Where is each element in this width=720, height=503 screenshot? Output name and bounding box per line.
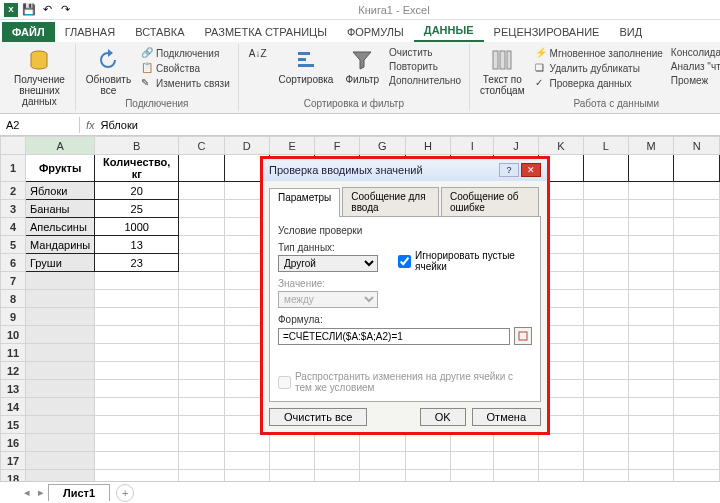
ignore-blank-input[interactable] — [398, 255, 411, 268]
flash-fill-item[interactable]: ⚡Мгновенное заполнение — [533, 46, 665, 60]
cell[interactable]: 13 — [95, 236, 179, 254]
row-header[interactable]: 16 — [1, 434, 26, 452]
advanced-item[interactable]: Дополнительно — [387, 74, 463, 87]
cancel-button[interactable]: Отмена — [472, 408, 541, 426]
clear-all-button[interactable]: Очистить все — [269, 408, 367, 426]
sort-button[interactable]: Сортировка — [275, 46, 338, 87]
window-title: Книга1 - Excel — [72, 4, 716, 16]
row-header[interactable]: 7 — [1, 272, 26, 290]
col-header-e[interactable]: E — [269, 137, 314, 155]
tab-view[interactable]: ВИД — [609, 22, 652, 42]
cell[interactable]: 20 — [95, 182, 179, 200]
row-header[interactable]: 17 — [1, 452, 26, 470]
redo-icon[interactable]: ↷ — [58, 3, 72, 17]
row-header[interactable]: 15 — [1, 416, 26, 434]
row-header[interactable]: 18 — [1, 470, 26, 482]
save-icon[interactable]: 💾 — [22, 3, 36, 17]
ignore-blank-checkbox[interactable]: Игнорировать пустые ячейки — [398, 250, 532, 272]
get-external-data-button[interactable]: Получение внешних данных — [10, 46, 69, 109]
cell[interactable]: 1000 — [95, 218, 179, 236]
row-header[interactable]: 2 — [1, 182, 26, 200]
row-header[interactable]: 9 — [1, 308, 26, 326]
col-header-l[interactable]: L — [583, 137, 628, 155]
sheet-tab[interactable]: Лист1 — [48, 484, 110, 501]
subtotal-item[interactable]: Промеж — [669, 74, 720, 87]
cell[interactable]: Количество, кг — [95, 155, 179, 182]
type-select[interactable]: Другой — [278, 255, 378, 272]
cell[interactable]: Фрукты — [26, 155, 95, 182]
value-label: Значение: — [278, 278, 532, 289]
cell[interactable]: 25 — [95, 200, 179, 218]
range-picker-button[interactable] — [514, 327, 532, 345]
cell[interactable]: Яблоки — [26, 182, 95, 200]
properties-item[interactable]: 📋Свойства — [139, 61, 232, 75]
row-header[interactable]: 10 — [1, 326, 26, 344]
col-header-d[interactable]: D — [224, 137, 269, 155]
cell[interactable]: Мандарины — [26, 236, 95, 254]
col-header-i[interactable]: I — [451, 137, 494, 155]
dialog-title: Проверка вводимых значений — [269, 164, 423, 176]
dialog-titlebar[interactable]: Проверка вводимых значений ? ✕ — [263, 159, 547, 181]
sheet-nav-next[interactable]: ▸ — [34, 486, 48, 499]
data-validation-item[interactable]: ✓Проверка данных — [533, 76, 665, 90]
add-sheet-button[interactable]: + — [116, 484, 134, 502]
select-all-corner[interactable] — [1, 137, 26, 155]
row-header[interactable]: 5 — [1, 236, 26, 254]
row-header[interactable]: 12 — [1, 362, 26, 380]
col-header-j[interactable]: J — [494, 137, 538, 155]
tab-insert[interactable]: ВСТАВКА — [125, 22, 194, 42]
propagate-checkbox[interactable]: Распространить изменения на другие ячейк… — [278, 371, 532, 393]
tab-formulas[interactable]: ФОРМУЛЫ — [337, 22, 414, 42]
row-header[interactable]: 3 — [1, 200, 26, 218]
row-header[interactable]: 13 — [1, 380, 26, 398]
formula-input[interactable] — [101, 119, 501, 131]
connections-item[interactable]: 🔗Подключения — [139, 46, 232, 60]
name-box[interactable]: A2 — [0, 117, 80, 133]
filter-button[interactable]: Фильтр — [341, 46, 383, 87]
row-header[interactable]: 6 — [1, 254, 26, 272]
tab-data[interactable]: ДАННЫЕ — [414, 20, 484, 42]
dialog-tab-settings[interactable]: Параметры — [269, 188, 340, 217]
edit-links-item[interactable]: ✎Изменить связи — [139, 76, 232, 90]
tab-review[interactable]: РЕЦЕНЗИРОВАНИЕ — [484, 22, 610, 42]
cell[interactable]: Бананы — [26, 200, 95, 218]
remove-duplicates-item[interactable]: ❏Удалить дубликаты — [533, 61, 665, 75]
dialog-help-button[interactable]: ? — [499, 163, 519, 177]
row-header[interactable]: 1 — [1, 155, 26, 182]
cell[interactable]: 23 — [95, 254, 179, 272]
text-to-columns-button[interactable]: Текст по столбцам — [476, 46, 529, 98]
reapply-item[interactable]: Повторить — [387, 60, 463, 73]
consolidate-item[interactable]: Консолидация — [669, 46, 720, 59]
dialog-tab-error-msg[interactable]: Сообщение об ошибке — [441, 187, 539, 216]
row-header[interactable]: 8 — [1, 290, 26, 308]
cell[interactable]: Груши — [26, 254, 95, 272]
fx-icon[interactable]: fx — [86, 119, 95, 131]
row-header[interactable]: 11 — [1, 344, 26, 362]
cell[interactable]: Апельсины — [26, 218, 95, 236]
tab-home[interactable]: ГЛАВНАЯ — [55, 22, 125, 42]
sort-az-button[interactable]: A↓Z — [245, 46, 271, 61]
row-header[interactable]: 14 — [1, 398, 26, 416]
refresh-all-button[interactable]: Обновить все — [82, 46, 135, 98]
clear-filter-item[interactable]: Очистить — [387, 46, 463, 59]
col-header-h[interactable]: H — [405, 137, 450, 155]
col-header-c[interactable]: C — [179, 137, 224, 155]
ok-button[interactable]: OK — [420, 408, 466, 426]
row-header[interactable]: 4 — [1, 218, 26, 236]
dialog-tab-input-msg[interactable]: Сообщение для ввода — [342, 187, 439, 216]
col-header-a[interactable]: A — [26, 137, 95, 155]
formula-field[interactable] — [278, 328, 510, 345]
col-header-m[interactable]: M — [628, 137, 674, 155]
dialog-close-button[interactable]: ✕ — [521, 163, 541, 177]
col-header-g[interactable]: G — [360, 137, 406, 155]
col-header-k[interactable]: K — [538, 137, 583, 155]
what-if-item[interactable]: Анализ "что если" — [669, 60, 720, 73]
type-label: Тип данных: — [278, 242, 378, 253]
col-header-f[interactable]: F — [315, 137, 360, 155]
tab-file[interactable]: ФАЙЛ — [2, 22, 55, 42]
col-header-n[interactable]: N — [674, 137, 720, 155]
undo-icon[interactable]: ↶ — [40, 3, 54, 17]
tab-layout[interactable]: РАЗМЕТКА СТРАНИЦЫ — [194, 22, 336, 42]
col-header-b[interactable]: B — [95, 137, 179, 155]
sheet-nav-prev[interactable]: ◂ — [20, 486, 34, 499]
